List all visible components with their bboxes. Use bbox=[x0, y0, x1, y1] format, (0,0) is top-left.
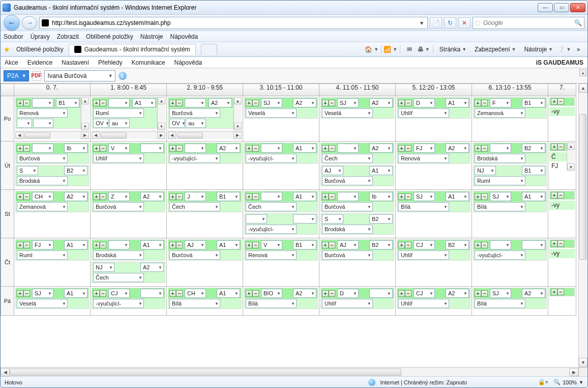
add-button[interactable]: + bbox=[322, 100, 329, 106]
remove-button[interactable]: − bbox=[481, 100, 488, 106]
add-button[interactable]: + bbox=[551, 192, 557, 199]
dropdown[interactable]: A2▼ bbox=[293, 98, 316, 107]
url-input[interactable] bbox=[51, 19, 416, 27]
dropdown[interactable]: Renová▼ bbox=[17, 108, 68, 118]
dropdown[interactable]: CJ▼ bbox=[108, 289, 130, 298]
dropdown[interactable]: B2▼ bbox=[369, 214, 393, 224]
dropdown[interactable]: Z▼ bbox=[108, 192, 130, 201]
dropdown[interactable]: A2▼ bbox=[140, 263, 164, 272]
dropdown[interactable]: A1▼ bbox=[217, 240, 240, 250]
dropdown[interactable]: Ib▼ bbox=[64, 144, 87, 153]
remove-button[interactable]: − bbox=[329, 290, 335, 297]
dropdown[interactable]: B1▼ bbox=[217, 192, 240, 201]
dropdown[interactable]: au▼ bbox=[186, 119, 206, 128]
dropdown[interactable]: A2▼ bbox=[369, 144, 393, 153]
dropdown[interactable]: V▼ bbox=[108, 144, 130, 153]
dropdown[interactable]: A1▼ bbox=[293, 192, 316, 201]
dropdown[interactable]: B1▼ bbox=[293, 240, 316, 250]
dropdown[interactable]: Burčová▼ bbox=[169, 251, 220, 260]
remove-button[interactable]: − bbox=[557, 98, 564, 105]
dropdown[interactable]: Bílá▼ bbox=[169, 299, 220, 308]
dropdown[interactable]: SJ▼ bbox=[337, 98, 359, 107]
menu-favorites[interactable]: Oblíbené položky bbox=[86, 33, 133, 40]
cell-hscroll[interactable]: ◀▶ bbox=[15, 131, 89, 139]
url-dropdown-icon[interactable]: ▾ bbox=[418, 19, 425, 26]
cell-vscroll[interactable]: ▲▼ bbox=[233, 97, 242, 130]
dropdown[interactable]: au▼ bbox=[109, 119, 130, 128]
dropdown[interactable]: SJ▼ bbox=[261, 98, 282, 107]
dropdown[interactable]: A2▼ bbox=[64, 192, 87, 201]
remove-button[interactable]: − bbox=[176, 193, 183, 200]
dropdown[interactable]: Ruml▼ bbox=[17, 251, 68, 260]
maximize-button[interactable]: ▭ bbox=[554, 3, 569, 12]
dropdown[interactable]: ▼ bbox=[17, 119, 32, 128]
dropdown[interactable]: Bílá▼ bbox=[398, 202, 449, 211]
dropdown[interactable]: AJ▼ bbox=[185, 240, 206, 250]
dropdown[interactable]: A1▼ bbox=[522, 192, 545, 201]
dropdown[interactable]: NJ▼ bbox=[475, 166, 496, 175]
add-button[interactable]: + bbox=[322, 242, 329, 248]
dropdown[interactable]: FJ▼ bbox=[414, 144, 435, 153]
dropdown[interactable]: OV▼ bbox=[93, 119, 108, 128]
dropdown[interactable]: Burčová▼ bbox=[169, 108, 220, 118]
dropdown[interactable]: NJ▼ bbox=[93, 263, 114, 272]
dropdown[interactable]: A1▼ bbox=[132, 98, 156, 107]
dropdown[interactable]: A1▼ bbox=[446, 98, 469, 107]
address-bar[interactable]: ▾ bbox=[39, 17, 428, 29]
add-button[interactable]: + bbox=[93, 145, 100, 152]
compat-button[interactable]: 📄 bbox=[430, 17, 442, 29]
add-button[interactable]: + bbox=[475, 193, 481, 200]
add-button[interactable]: + bbox=[17, 193, 23, 200]
close-button[interactable]: ✕ bbox=[570, 3, 585, 12]
dropdown[interactable]: ▼ bbox=[246, 214, 267, 224]
dropdown[interactable]: ▼ bbox=[32, 98, 53, 107]
remove-button[interactable]: − bbox=[329, 145, 335, 152]
dropdown[interactable]: Uhlíř▼ bbox=[398, 108, 449, 118]
protected-mode-icon[interactable]: 🔒▾ bbox=[538, 379, 548, 385]
feeds-button[interactable]: 📶▼ bbox=[385, 44, 397, 55]
add-button[interactable]: + bbox=[17, 242, 23, 248]
dropdown[interactable]: BIO▼ bbox=[261, 289, 282, 298]
remove-button[interactable]: − bbox=[252, 100, 259, 106]
add-button[interactable]: + bbox=[93, 100, 100, 106]
remove-button[interactable]: − bbox=[405, 290, 411, 297]
add-button[interactable]: + bbox=[246, 242, 252, 248]
dropdown[interactable]: A2▼ bbox=[522, 289, 545, 298]
vscroll-thumb[interactable] bbox=[579, 114, 586, 260]
add-button[interactable]: + bbox=[322, 290, 329, 297]
add-button[interactable]: + bbox=[551, 240, 557, 247]
remove-button[interactable]: − bbox=[100, 290, 106, 297]
add-button[interactable]: + bbox=[169, 242, 176, 248]
page-menu[interactable]: Stránka▼ bbox=[436, 44, 469, 55]
dropdown[interactable]: Ib▼ bbox=[369, 192, 393, 201]
add-button[interactable]: + bbox=[93, 242, 100, 248]
minimize-button[interactable]: — bbox=[538, 3, 553, 12]
app-menu-komunikace[interactable]: Komunikace bbox=[131, 59, 165, 66]
dropdown[interactable]: B2▼ bbox=[369, 240, 393, 250]
dropdown[interactable]: CH▼ bbox=[32, 192, 53, 201]
zoom-caret-icon[interactable]: ▼ bbox=[579, 380, 583, 385]
dropdown[interactable]: -vyučující-▼ bbox=[246, 154, 297, 163]
dropdown[interactable]: Ruml▼ bbox=[475, 176, 525, 185]
dropdown[interactable]: CJ▼ bbox=[414, 240, 435, 250]
remove-button[interactable]: − bbox=[252, 242, 259, 248]
dropdown[interactable]: A2▼ bbox=[217, 144, 240, 153]
dropdown[interactable]: CJ▼ bbox=[414, 289, 435, 298]
refresh-button[interactable]: ↻ bbox=[444, 17, 456, 29]
dropdown[interactable]: F▼ bbox=[490, 98, 511, 107]
dropdown[interactable]: Uhlíř▼ bbox=[322, 299, 373, 308]
dropdown[interactable]: Uhlíř▼ bbox=[93, 154, 144, 163]
class-select[interactable]: P2A▼ bbox=[4, 70, 29, 81]
dropdown[interactable]: Burčová▼ bbox=[93, 202, 144, 211]
hscroll-thumb[interactable] bbox=[10, 369, 401, 376]
add-button[interactable]: + bbox=[398, 193, 405, 200]
dropdown[interactable]: Čech▼ bbox=[322, 154, 373, 163]
dropdown[interactable]: Brodská▼ bbox=[322, 225, 373, 234]
add-button[interactable]: + bbox=[169, 145, 176, 152]
dropdown[interactable]: ▼ bbox=[140, 144, 164, 153]
remove-button[interactable]: − bbox=[23, 193, 30, 200]
dropdown[interactable]: J▼ bbox=[185, 192, 206, 201]
add-button[interactable]: + bbox=[398, 242, 405, 248]
add-button[interactable]: + bbox=[17, 145, 23, 152]
add-button[interactable]: + bbox=[398, 290, 405, 297]
